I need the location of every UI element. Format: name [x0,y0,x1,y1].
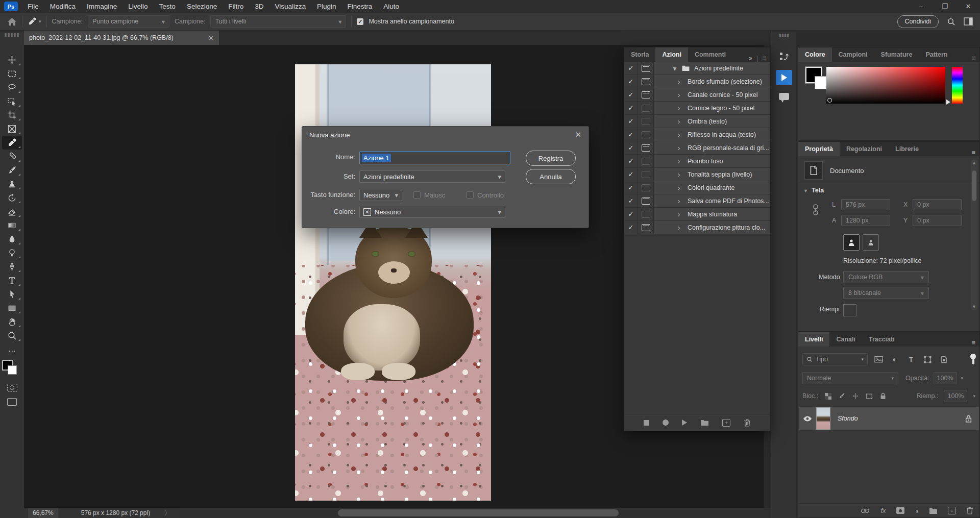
dialog-toggle-cell[interactable] [638,88,654,101]
workspace-panels-icon[interactable] [964,17,973,26]
brush-tool-icon[interactable] [2,163,22,177]
expand-icon[interactable]: › [675,157,682,165]
add-mask-icon[interactable] [896,507,904,514]
dialog-toggle-cell[interactable] [638,75,654,88]
blur-tool-icon[interactable] [2,232,22,246]
dodge-tool-icon[interactable] [2,246,22,260]
toggle-item-check[interactable]: ✓ [624,128,638,141]
panel-menu-icon[interactable]: ≡ [971,339,975,347]
menu-finestra[interactable]: Finestra [342,0,378,13]
action-row[interactable]: ✓ › Mappa sfumatura [624,208,770,221]
tab-azioni[interactable]: Azioni [655,47,688,62]
action-row[interactable]: ✓ › Canale cornice - 50 pixel [624,88,770,102]
menu-visualizza[interactable]: Visualizza [269,0,311,13]
dialog-toggle-cell[interactable] [638,181,654,194]
landscape-orientation-button[interactable] [863,234,879,251]
menu-file[interactable]: File [22,0,44,13]
action-row[interactable]: ✓ › Cornice legno - 50 pixel [624,102,770,115]
tab-storia[interactable]: Storia [624,47,655,62]
expand-icon[interactable]: › [675,170,682,179]
dialog-toggle-cell[interactable] [638,115,654,128]
lock-all-icon[interactable] [879,392,887,400]
action-row[interactable]: ✓ › Ombra (testo) [624,115,770,128]
expand-icon[interactable]: › [675,117,682,126]
dialog-toggle-cell[interactable] [638,208,654,220]
dialog-toggle-cell[interactable] [638,62,654,75]
expand-icon[interactable]: › [675,197,682,205]
tab-campioni[interactable]: Campioni [832,47,874,62]
tab-canali[interactable]: Canali [829,332,862,347]
dock-grip[interactable]: ▮▮▮▮ [771,33,797,38]
scroll-up-icon[interactable]: ▲ [971,160,977,165]
portrait-orientation-button[interactable] [843,234,860,251]
dialog-toggle-cell[interactable] [638,141,654,154]
panel-overflow-icon[interactable]: » [749,54,752,62]
menu-selezione[interactable]: Selezione [181,0,223,13]
gradient-tool-icon[interactable] [2,218,22,232]
dialog-toggle-icon[interactable] [642,105,650,112]
hand-tool-icon[interactable] [2,315,22,329]
action-row[interactable]: ✓ › Configurazione pittura clo... [624,221,770,234]
expand-icon[interactable]: › [675,78,682,86]
expand-icon[interactable]: › [675,91,682,99]
dialog-toggle-icon[interactable] [642,131,650,138]
home-icon[interactable] [7,17,17,26]
filter-smart-objects-icon[interactable] [938,356,949,363]
object-selection-tool-icon[interactable] [2,94,22,108]
quick-mask-icon[interactable] [2,381,22,394]
dialog-toggle-icon[interactable] [642,211,650,218]
record-button[interactable]: Registra [526,151,576,166]
marquee-tool-icon[interactable] [2,67,22,81]
toggle-item-check[interactable]: ✓ [624,102,638,114]
function-key-dropdown[interactable]: Nessuno▾ [359,189,402,201]
dialog-toggle-icon[interactable] [642,91,650,98]
eraser-tool-icon[interactable] [2,205,22,218]
frame-tool-icon[interactable] [2,122,22,136]
record-icon[interactable] [663,420,669,426]
filter-shape-layers-icon[interactable] [922,356,933,363]
dialog-toggle-icon[interactable] [642,118,650,125]
new-group-folder-icon[interactable] [929,507,938,514]
layer-style-fx-icon[interactable]: fx [880,507,886,514]
zoom-tool-icon[interactable] [2,329,22,342]
action-row[interactable]: ✓ › Salva come PDF di Photos... [624,194,770,208]
menu-testo[interactable]: Testo [154,0,181,13]
link-dimensions-icon[interactable] [812,202,820,217]
filter-toggle-switch[interactable] [970,354,975,365]
dialog-toggle-icon[interactable] [642,184,650,191]
menu-plugin[interactable]: Plugin [311,0,342,13]
history-brush-tool-icon[interactable] [2,191,22,205]
dialog-toggle-icon[interactable] [642,65,650,72]
close-button[interactable]: ✕ [957,0,980,13]
sample-point-dropdown[interactable]: Punto campione▾ [88,15,169,28]
dialog-toggle-icon[interactable] [642,198,650,205]
menu-filtro[interactable]: Filtro [223,0,249,13]
tab-tracciati[interactable]: Tracciati [862,332,901,347]
bit-depth-dropdown[interactable]: 8 bit/canale▾ [843,287,929,299]
opacity-field[interactable]: 100% [934,372,957,384]
edit-toolbar-icon[interactable]: ⋯ [2,344,22,358]
toggle-item-check[interactable]: ✓ [624,62,638,75]
dialog-toggle-icon[interactable] [642,144,650,152]
restore-button[interactable]: ❐ [933,0,957,13]
action-row[interactable]: ✓ › RGB personale-scala di gri... [624,141,770,155]
width-field[interactable]: 576 px [841,199,890,210]
path-selection-tool-icon[interactable] [2,287,22,301]
expand-icon[interactable]: › [675,131,682,139]
action-row[interactable]: ✓ › Tonalità seppia (livello) [624,168,770,181]
dialog-toggle-icon[interactable] [642,224,650,231]
toggle-item-check[interactable]: ✓ [624,141,638,154]
sample-layers-dropdown[interactable]: Tutti i livelli▾ [210,15,346,28]
actions-dock-icon[interactable] [776,70,792,85]
toggle-item-check[interactable]: ✓ [624,155,638,167]
dialog-toggle-cell[interactable] [638,155,654,167]
delete-icon[interactable] [744,419,751,427]
menu-aiuto[interactable]: Aiuto [378,0,405,13]
action-name-input[interactable]: Azione 1 [359,151,510,164]
lock-transparency-icon[interactable] [824,393,832,400]
menu-immagine[interactable]: Immagine [81,0,122,13]
dialog-toggle-cell[interactable] [638,168,654,181]
layer-row-sfondo[interactable]: Sfondo [799,407,979,430]
clone-stamp-tool-icon[interactable] [2,177,22,191]
document-tab[interactable]: photo_2022-12-02_11-40-31.jpg @ 66,7% (R… [24,31,219,45]
